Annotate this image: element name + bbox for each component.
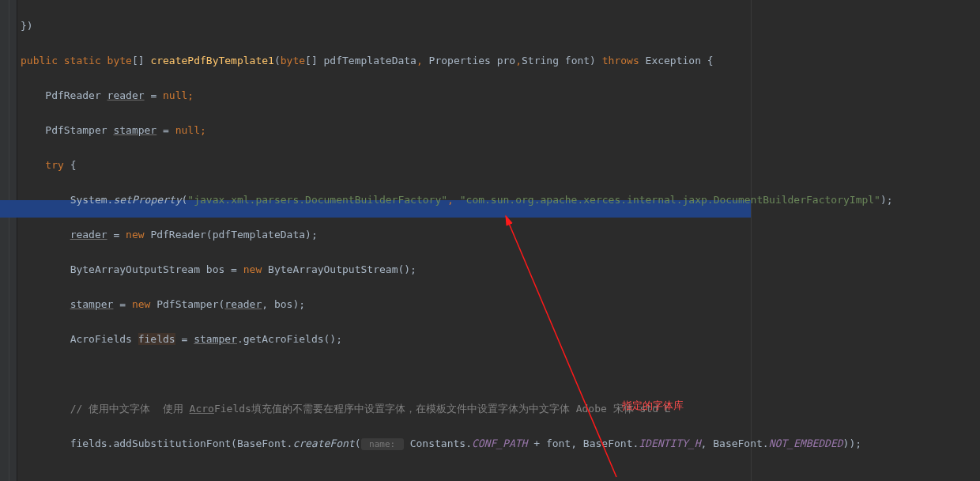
code-line[interactable]: stamper = new PdfStamper(reader, bos); — [21, 296, 980, 313]
code-text: = — [113, 298, 131, 310]
comment: Fields填充值的不需要在程序中设置字体，在模板文件中设置字体为中文字体 Ad… — [214, 403, 671, 415]
variable: fields — [138, 333, 175, 345]
parameter-hint: name: — [361, 438, 404, 450]
keyword: public static — [21, 55, 107, 66]
static-field: IDENTITY_H — [639, 437, 700, 449]
code-text: ( — [274, 55, 281, 66]
keyword: byte — [107, 55, 132, 66]
code-line[interactable]: // 使用中文字体 使用 AcroFields填充值的不需要在程序中设置字体，在… — [21, 400, 980, 418]
variable: reader — [224, 298, 262, 310]
code-text: System. — [70, 194, 114, 206]
code-text: [] — [132, 55, 150, 66]
code-line[interactable]: PdfReader reader = null; — [21, 87, 980, 104]
variable: stamper — [113, 124, 156, 136]
string: "com.sun.org.apache.xerces.internal.jaxp… — [460, 194, 880, 206]
code-text: )); — [843, 437, 861, 449]
code-line[interactable]: ByteArrayOutputStream bos = new ByteArra… — [21, 261, 980, 278]
static-field: NOT_EMBEDDED — [769, 437, 843, 449]
keyword: new — [243, 263, 268, 275]
code-line-highlighted[interactable]: fields.addSubstitutionFont(BaseFont.crea… — [21, 435, 980, 453]
static-call: setProperty — [113, 194, 181, 206]
code-text: .getAcroFields(); — [237, 333, 342, 345]
punct: , — [416, 55, 429, 66]
punct: ; — [187, 89, 194, 101]
code-line[interactable]: try { — [21, 157, 980, 174]
code-text: Properties pro — [429, 55, 516, 66]
code-line[interactable]: AcroFields fields = stamper.getAcroField… — [21, 331, 980, 348]
variable: stamper — [70, 298, 114, 310]
code-text: ByteArrayOutputStream bos = — [70, 263, 243, 275]
keyword: null — [163, 89, 187, 101]
code-text: ByteArrayOutputStream(); — [268, 263, 416, 275]
variable: reader — [107, 89, 145, 101]
keyword: byte — [281, 55, 305, 66]
code-text: , BaseFont. — [701, 437, 769, 449]
highlight-gutter — [0, 200, 17, 218]
code-line[interactable]: }) — [21, 17, 980, 35]
code-line[interactable]: PdfStamper stamper = null; — [21, 122, 980, 139]
comment: Acro — [190, 403, 214, 415]
code-text: PdfStamper( — [156, 298, 224, 310]
static-call: createFont — [292, 437, 354, 449]
fold-guide — [9, 0, 9, 481]
code-text: ); — [880, 194, 893, 206]
code-text: Constants. — [404, 437, 472, 449]
code-text: PdfStamper — [45, 124, 113, 136]
code-text: String font — [522, 55, 590, 66]
code-line[interactable]: reader = new PdfReader(pdfTemplateData); — [21, 226, 980, 244]
code-text: fields.addSubstitutionFont(BaseFont. — [70, 437, 293, 449]
code-text: ) — [590, 55, 602, 66]
code-text: PdfReader(pdfTemplateData); — [150, 229, 317, 240]
method-name: createPdfByTemplate1 — [150, 55, 274, 66]
keyword: new — [126, 229, 150, 240]
string: "javax.xml.parsers.DocumentBuilderFactor… — [187, 194, 447, 206]
code-line[interactable] — [21, 470, 980, 481]
punct: , — [447, 194, 460, 206]
code-text: + font, BaseFont. — [527, 437, 639, 449]
punct: , — [515, 55, 522, 66]
keyword: null — [175, 124, 200, 136]
code-text: }) — [21, 20, 33, 32]
static-field: CONF_PATH — [472, 437, 527, 449]
code-line[interactable]: public static byte[] createPdfByTemplate… — [21, 52, 980, 70]
code-text: , bos); — [262, 298, 305, 310]
code-text: [] pdfTemplateData — [305, 55, 416, 66]
code-text: = — [107, 229, 126, 240]
code-text: { — [70, 159, 77, 171]
variable: reader — [70, 229, 107, 240]
punct: ; — [200, 124, 206, 136]
code-text: AcroFields — [70, 333, 138, 345]
code-text: = — [145, 89, 163, 101]
comment: // 使用中文字体 使用 — [70, 403, 190, 415]
code-line[interactable]: System.setProperty("javax.xml.parsers.Do… — [21, 191, 980, 209]
code-text: Exception { — [646, 55, 714, 66]
keyword: new — [132, 298, 156, 310]
editor-gutter[interactable] — [0, 0, 17, 481]
code-text: = — [156, 124, 175, 136]
code-editor[interactable]: }) public static byte[] createPdfByTempl… — [17, 0, 980, 481]
annotation-label: 指定的字体库 — [622, 397, 684, 415]
keyword: throws — [602, 55, 646, 66]
code-line[interactable] — [21, 365, 980, 383]
code-text: PdfReader — [45, 89, 107, 101]
keyword: try — [45, 159, 70, 171]
code-text: ( — [355, 437, 361, 449]
variable: stamper — [194, 333, 237, 345]
code-text: = — [175, 333, 194, 345]
